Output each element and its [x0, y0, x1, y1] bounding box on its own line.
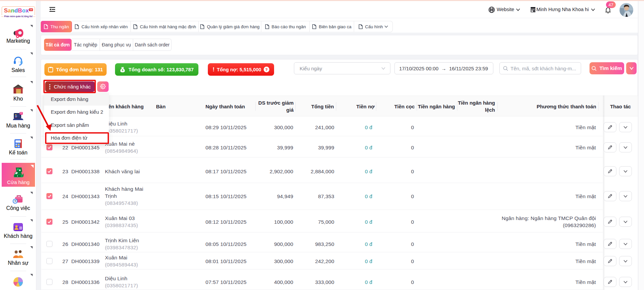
- svg-text:$: $: [122, 69, 124, 72]
